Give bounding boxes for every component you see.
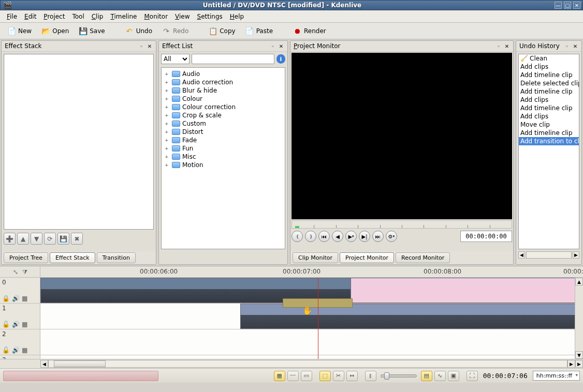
menu-tool[interactable]: Tool (68, 11, 88, 22)
undo-list[interactable]: 🧹 CleanAdd clipsAdd timeline clipDelete … (518, 54, 579, 249)
effect-category[interactable]: +Distort (164, 128, 283, 136)
render-button[interactable]: ⏺Render (290, 24, 329, 38)
undo-item[interactable]: Add clips (519, 112, 579, 120)
add-effect-button[interactable]: ➕ (4, 233, 16, 245)
reset-effect-button[interactable]: ⟳ (44, 233, 56, 245)
window-minimize-button[interactable]: — (555, 2, 562, 9)
tab-project-tree[interactable]: Project Tree (4, 252, 48, 263)
scroll-right-button[interactable]: ▶ (575, 360, 583, 368)
redo-button[interactable]: ↷Redo (159, 24, 191, 38)
effect-category[interactable]: +Misc (164, 153, 283, 161)
prev-frame-button[interactable]: ◀ (332, 231, 343, 242)
menu-clip[interactable]: Clip (88, 11, 107, 22)
zoom-in-icon[interactable]: ⧩ (22, 268, 27, 276)
play-button[interactable]: ▶▾ (345, 231, 357, 242)
panel-float-button[interactable]: ◦ (138, 43, 144, 49)
delete-effect-button[interactable]: ✖ (71, 233, 83, 245)
lock-icon[interactable]: 🔓 (2, 321, 10, 328)
tab-effect-stack[interactable]: Effect Stack (50, 252, 95, 263)
undo-button[interactable]: ↶Undo (122, 24, 155, 38)
paste-button[interactable]: 📄Paste (242, 24, 275, 38)
show-markers-button[interactable]: ▣ (448, 371, 459, 381)
razor-tool-button[interactable]: ✂ (333, 371, 344, 381)
undo-item[interactable]: Add timeline clip (519, 129, 579, 137)
menu-file[interactable]: File (3, 11, 21, 22)
mute-icon[interactable]: 🔊 (12, 295, 20, 302)
menu-project[interactable]: Project (40, 11, 68, 22)
split-view-button[interactable]: ⫿ (365, 371, 376, 381)
move-down-button[interactable]: ▼ (31, 233, 42, 245)
menu-help[interactable]: Help (226, 11, 247, 22)
tab-record-monitor[interactable]: Record Monitor (396, 252, 450, 263)
effect-category[interactable]: +Crop & scale (164, 111, 283, 119)
track-0[interactable]: 0🔒🔊▦ (0, 278, 583, 304)
snap-button[interactable]: ▤ (421, 371, 432, 381)
effect-category[interactable]: +Blur & hide (164, 86, 283, 95)
effect-category[interactable]: +Audio (164, 70, 283, 78)
undo-item[interactable]: 🧹 Clean (519, 54, 579, 63)
timeline-hscroll[interactable]: ◀ ▶ ▶ (0, 359, 583, 368)
effect-category[interactable]: +Colour (164, 95, 283, 103)
window-close-button[interactable]: ✕ (573, 2, 580, 9)
menu-timeline[interactable]: Timeline (107, 11, 140, 22)
track-3[interactable]: 3 (0, 355, 583, 359)
panel-close-button[interactable]: ✕ (504, 43, 510, 49)
effect-tree[interactable]: +Audio+Audio correction+Blur & hide+Colo… (161, 67, 285, 249)
goto-start-button[interactable]: ⦅ (292, 231, 303, 242)
undo-item[interactable]: Add transition to clip (519, 137, 579, 145)
next-frame-button[interactable]: ▶| (359, 231, 370, 242)
undo-item[interactable]: Add timeline clip (519, 87, 579, 96)
panel-float-button[interactable]: ◦ (564, 43, 570, 49)
menu-settings[interactable]: Settings (194, 11, 226, 22)
timecode-format-select[interactable]: hh:mm:ss::ff (533, 371, 580, 381)
scroll-left-button[interactable]: ◀ (40, 360, 48, 368)
video-icon[interactable]: ▦ (22, 346, 27, 354)
undo-item[interactable]: Add timeline clip (519, 71, 579, 79)
panel-close-button[interactable]: ✕ (278, 43, 284, 49)
undo-item[interactable]: Add timeline clip (519, 104, 579, 112)
forward-button[interactable]: ⏭ (372, 231, 384, 242)
window-maximize-button[interactable]: ▢ (564, 2, 571, 9)
new-button[interactable]: 📄New (4, 24, 34, 38)
effect-category[interactable]: +Fade (164, 136, 283, 144)
effect-category[interactable]: +Colour correction (164, 103, 283, 111)
move-up-button[interactable]: ▲ (17, 233, 29, 245)
effect-category[interactable]: +Fun (164, 144, 283, 153)
scroll-right-button[interactable]: ▶ (573, 251, 579, 259)
markers-button[interactable]: ▭ (301, 371, 312, 381)
monitor-timecode[interactable]: 00:00:00:00 (460, 231, 512, 242)
tab-project-monitor[interactable]: Project Monitor (340, 252, 394, 263)
scroll-thumb[interactable] (54, 360, 106, 367)
monitor-config-button[interactable]: ⚙▾ (386, 231, 397, 242)
video-icon[interactable]: ▦ (22, 295, 27, 302)
save-effect-button[interactable]: 💾 (57, 233, 69, 245)
fit-zoom-button[interactable]: ⛶ (467, 371, 478, 381)
panel-close-button[interactable]: ✕ (147, 43, 153, 49)
scroll-left-button[interactable]: ◀ (518, 251, 525, 259)
menu-monitor[interactable]: Monitor (140, 11, 171, 22)
lock-icon[interactable]: 🔓 (2, 346, 10, 354)
select-tool-button[interactable]: ⬚ (319, 371, 331, 381)
tab-transition[interactable]: Transition (97, 252, 136, 263)
video-icon[interactable]: ▦ (22, 321, 27, 328)
mute-icon[interactable]: 🔊 (12, 346, 20, 354)
rewind-button[interactable]: ⏮ (318, 231, 330, 242)
timeline-vscroll[interactable]: ▲▼ (575, 278, 583, 359)
effect-search-input[interactable] (192, 54, 274, 64)
zoom-out-icon[interactable]: ⤡ (13, 268, 18, 276)
panel-float-button[interactable]: ◦ (270, 43, 276, 49)
scroll-track[interactable] (526, 251, 572, 259)
save-button[interactable]: 💾Save (76, 24, 107, 38)
lock-icon[interactable]: 🔒 (2, 295, 10, 302)
scroll-right-button[interactable]: ▶ (567, 360, 575, 368)
track-2[interactable]: 2🔓🔊▦ (0, 329, 583, 355)
mute-icon[interactable]: 🔊 (12, 321, 20, 328)
effect-stack-list[interactable] (4, 54, 154, 230)
tab-clip-monitor[interactable]: Clip Monitor (293, 252, 338, 263)
transition-clip[interactable] (283, 298, 353, 308)
timeline-ruler[interactable]: ⤡⧩ 00:00:06:00 00:00:07:00 00:00:08:00 0… (0, 266, 583, 278)
effect-category[interactable]: +Motion (164, 161, 283, 169)
thumbnails-button[interactable]: ▦ (274, 371, 285, 381)
effect-info-button[interactable]: i (276, 54, 285, 64)
zoom-slider[interactable] (381, 374, 417, 378)
